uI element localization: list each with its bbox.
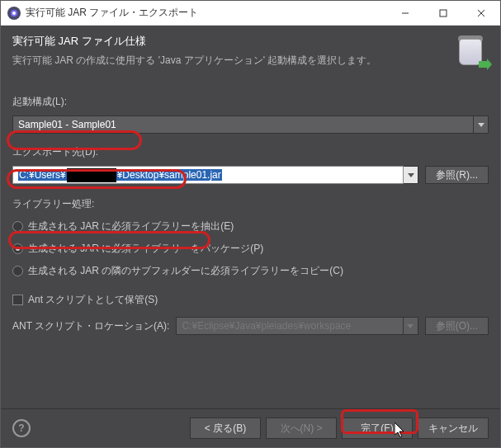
- ant-location-label: ANT スクリプト・ロケーション(A):: [12, 319, 169, 333]
- help-button[interactable]: ?: [12, 419, 31, 437]
- radio-icon: [12, 221, 23, 232]
- content-area: 起動構成(L): Sample01 - Sample01 エクスポート先(D):…: [1, 82, 500, 408]
- ant-location-placeholder: C:¥Eclipse¥Java¥pleiades¥workspace: [182, 320, 351, 332]
- finish-button[interactable]: 完了(F): [342, 417, 413, 439]
- launch-config-label: 起動構成(L):: [12, 95, 489, 109]
- export-dest-value-suffix: ¥Desktop¥sample01.jar: [116, 169, 222, 181]
- minimize-button[interactable]: [386, 1, 424, 26]
- radio-package-label: 生成される JAR に必須ライブラリーをパッケージ(P): [28, 242, 263, 256]
- dialog-window: 実行可能 JAR ファイル・エクスポート 実行可能 JAR ファイル仕様 実行可…: [0, 0, 501, 448]
- banner-heading: 実行可能 JAR ファイル仕様: [12, 34, 444, 49]
- svg-point-1: [12, 12, 16, 15]
- radio-icon: [12, 266, 23, 276]
- footer: ? < 戻る(B) 次へ(N) > 完了(F) キャンセル: [1, 408, 500, 447]
- radio-package[interactable]: 生成される JAR に必須ライブラリーをパッケージ(P): [12, 242, 489, 256]
- ant-location-field: C:¥Eclipse¥Java¥pleiades¥workspace: [176, 317, 403, 335]
- svg-marker-6: [479, 59, 492, 70]
- ant-save-checkbox-row[interactable]: Ant スクリプトとして保管(S): [12, 293, 489, 307]
- library-handling-label: ライブラリー処理:: [12, 197, 489, 211]
- chevron-down-icon[interactable]: [474, 116, 489, 134]
- cancel-button[interactable]: キャンセル: [418, 417, 489, 439]
- back-button[interactable]: < 戻る(B): [190, 417, 261, 439]
- checkbox-icon: [12, 295, 23, 305]
- banner: 実行可能 JAR ファイル仕様 実行可能 JAR の作成に使用する 'Java …: [1, 26, 500, 82]
- launch-config-combo[interactable]: Sample01 - Sample01: [12, 116, 489, 134]
- radio-extract-label: 生成される JAR に必須ライブラリーを抽出(E): [28, 219, 234, 233]
- export-dest-combo[interactable]: C:¥Users¥ ¥Desktop¥sample01.jar: [12, 166, 418, 184]
- jar-export-icon: [452, 34, 489, 70]
- banner-description: 実行可能 JAR の作成に使用する 'Java アプリケーション' 起動構成を選…: [12, 54, 444, 68]
- radio-copy-label: 生成される JAR の隣のサブフォルダーに必須ライブラリーをコピー(C): [28, 264, 343, 278]
- radio-extract[interactable]: 生成される JAR に必須ライブラリーを抽出(E): [12, 219, 489, 233]
- browse-ant-button: 参照(O)...: [425, 317, 489, 335]
- export-dest-value-prefix: C:¥Users¥: [18, 169, 67, 181]
- titlebar: 実行可能 JAR ファイル・エクスポート: [1, 1, 500, 26]
- svg-marker-8: [408, 173, 414, 177]
- browse-export-button[interactable]: 参照(R)...: [425, 166, 489, 184]
- export-dest-censored: [67, 168, 116, 182]
- next-button: 次へ(N) >: [266, 417, 337, 439]
- app-icon: [7, 7, 21, 20]
- svg-rect-3: [440, 10, 447, 17]
- export-dest-label: エクスポート先(D):: [12, 145, 489, 159]
- maximize-button[interactable]: [424, 1, 462, 26]
- radio-copy[interactable]: 生成される JAR の隣のサブフォルダーに必須ライブラリーをコピー(C): [12, 264, 489, 278]
- close-button[interactable]: [462, 1, 500, 26]
- chevron-down-icon[interactable]: [404, 166, 418, 184]
- chevron-down-icon: [404, 317, 418, 335]
- radio-icon: [12, 243, 23, 254]
- svg-marker-7: [478, 123, 484, 127]
- svg-marker-9: [407, 324, 414, 328]
- launch-config-value: Sample01 - Sample01: [18, 119, 116, 130]
- window-title: 実行可能 JAR ファイル・エクスポート: [26, 6, 386, 20]
- ant-save-label: Ant スクリプトとして保管(S): [28, 293, 158, 307]
